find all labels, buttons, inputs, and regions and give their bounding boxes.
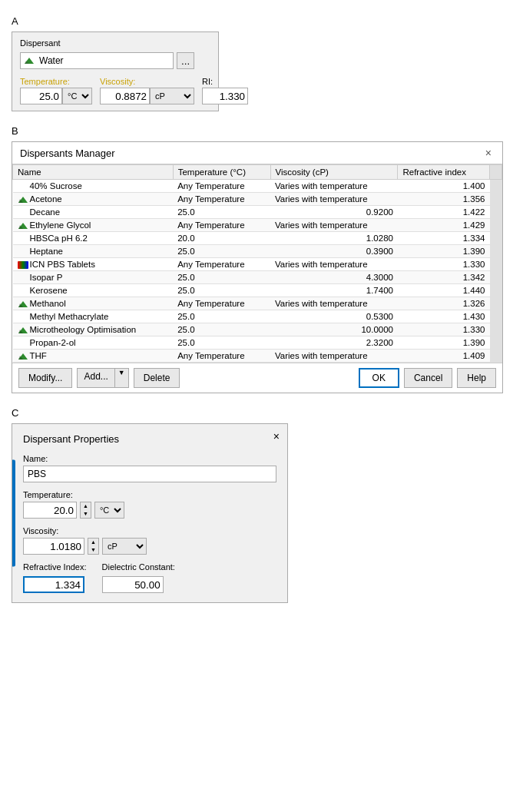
add-button-label[interactable]: Add... [78, 369, 114, 387]
add-button-group[interactable]: Add... ▼ [77, 368, 128, 388]
row-temp: Any Temperature [173, 193, 270, 206]
section-a-label: A [12, 15, 511, 27]
table-row[interactable]: Microtheology Optimisation25.010.00001.3… [13, 323, 502, 336]
row-temp: 25.0 [173, 206, 270, 219]
panel-b: Dispersants Manager × Name Temperature (… [12, 141, 503, 393]
viscosity-input[interactable] [100, 88, 150, 104]
row-viscosity: 0.3900 [270, 245, 398, 258]
row-temp: Any Temperature [173, 219, 270, 232]
row-temp: Any Temperature [173, 297, 270, 310]
mountain-icon [18, 300, 28, 308]
row-ri: 1.330 [398, 258, 490, 271]
row-name: 40% Sucrose [30, 181, 82, 191]
cancel-button[interactable]: Cancel [404, 368, 452, 388]
refractive-input[interactable] [23, 576, 84, 593]
c-temperature-spinners[interactable]: ▲ ▼ [80, 502, 91, 519]
row-ri: 1.429 [398, 219, 490, 232]
browse-button[interactable]: ... [177, 52, 194, 69]
row-name: Ethylene Glycol [30, 220, 91, 230]
spin-up-icon[interactable]: ▲ [81, 502, 91, 510]
c-viscosity-unit-select[interactable]: cPmPa·s [102, 538, 147, 555]
row-name: Microtheology Optimisation [30, 325, 137, 334]
table-row[interactable]: MethanolAny TemperatureVaries with tempe… [13, 297, 502, 310]
row-ri: 1.430 [398, 310, 490, 323]
mountain-icon [18, 326, 28, 334]
col-temp: Temperature (°C) [173, 165, 270, 180]
spin-down-icon[interactable]: ▼ [81, 510, 91, 518]
row-ri: 1.390 [398, 245, 490, 258]
mountain-icon [18, 196, 28, 204]
row-temp: 25.0 [173, 271, 270, 284]
delete-button[interactable]: Delete [134, 368, 180, 388]
c-viscosity-spinners[interactable]: ▲ ▼ [88, 538, 99, 555]
table-row[interactable]: Kerosene25.01.74001.440 [13, 284, 502, 297]
temperature-unit-select[interactable]: °C°FK [62, 88, 92, 104]
table-row[interactable]: Isopar P25.04.30001.342 [13, 271, 502, 284]
row-viscosity: 4.3000 [270, 271, 398, 284]
row-temp: 20.0 [173, 232, 270, 245]
row-viscosity: Varies with temperature [270, 350, 398, 363]
dispersant-props-title: Dispersant Properties [23, 433, 276, 445]
viscosity-spin-down-icon[interactable]: ▼ [88, 546, 98, 554]
col-scroll [490, 165, 502, 180]
c-temperature-unit-select[interactable]: °C°FK [94, 502, 124, 519]
dispersants-table: Name Temperature (°C) Viscosity (cP) Ref… [12, 164, 502, 363]
row-viscosity: Varies with temperature [270, 193, 398, 206]
row-name: THF [30, 351, 47, 360]
dispersants-manager-title: Dispersants Manager [20, 147, 115, 159]
row-name: Methanol [30, 299, 66, 308]
row-viscosity: Varies with temperature [270, 180, 398, 193]
row-ri: 1.334 [398, 232, 490, 245]
dispersants-manager-close[interactable]: × [482, 147, 495, 159]
dielectric-label: Dielectric Constant: [102, 562, 175, 572]
ri-input[interactable] [202, 88, 248, 104]
c-viscosity-input[interactable] [23, 538, 84, 555]
table-row[interactable]: 40% SucroseAny TemperatureVaries with te… [13, 180, 502, 193]
row-viscosity: 1.0280 [270, 232, 398, 245]
table-row[interactable]: ICN PBS TabletsAny TemperatureVaries wit… [13, 258, 502, 271]
row-temp: 25.0 [173, 336, 270, 350]
row-viscosity: Varies with temperature [270, 297, 398, 310]
temperature-label: Temperature: [20, 77, 92, 86]
row-viscosity: 10.0000 [270, 323, 398, 336]
table-row[interactable]: AcetoneAny TemperatureVaries with temper… [13, 193, 502, 206]
ok-button[interactable]: OK [359, 368, 399, 388]
table-row[interactable]: Ethylene GlycolAny TemperatureVaries wit… [13, 219, 502, 232]
help-button[interactable]: Help [457, 368, 496, 388]
mountain-icon [24, 57, 35, 65]
dispersant-props-close[interactable]: × [273, 430, 280, 442]
table-row[interactable]: Propan-2-ol25.02.32001.390 [13, 336, 502, 350]
name-input[interactable] [23, 466, 276, 482]
dispersant-input[interactable]: Water [20, 52, 174, 69]
row-ri: 1.390 [398, 336, 490, 350]
dielectric-input[interactable] [102, 576, 164, 593]
table-row[interactable]: Methyl Methacrylate25.00.53001.430 [13, 310, 502, 323]
viscosity-spin-up-icon[interactable]: ▲ [88, 539, 98, 546]
add-dropdown-arrow[interactable]: ▼ [114, 369, 128, 387]
table-row[interactable]: THFAny TemperatureVaries with temperatur… [13, 350, 502, 363]
panel-a: Dispersant Water ... Temperature: °C°FK … [12, 31, 219, 111]
row-ri: 1.400 [398, 180, 490, 193]
row-viscosity: 2.3200 [270, 336, 398, 350]
viscosity-unit-select[interactable]: cPmPa·s [150, 88, 194, 104]
row-name: Acetone [30, 194, 62, 204]
row-temp: 25.0 [173, 310, 270, 323]
row-name: Heptane [30, 247, 63, 256]
dispersant-group-label: Dispersant [20, 38, 210, 48]
row-viscosity: 0.9200 [270, 206, 398, 219]
row-temp: Any Temperature [173, 350, 270, 363]
c-temperature-input[interactable] [23, 502, 77, 519]
row-viscosity: 1.7400 [270, 284, 398, 297]
mountain-icon [18, 353, 28, 360]
table-row[interactable]: Decane25.00.92001.422 [13, 206, 502, 219]
mountain-icon [18, 222, 28, 230]
table-row[interactable]: Heptane25.00.39001.390 [13, 245, 502, 258]
table-row[interactable]: HBSCa pH 6.220.01.02801.334 [13, 232, 502, 245]
row-name: Kerosene [30, 286, 68, 295]
row-name: Propan-2-ol [30, 338, 76, 347]
modify-button[interactable]: Modify... [18, 368, 72, 388]
temperature-input[interactable] [20, 88, 62, 104]
dispersant-value: Water [39, 55, 64, 66]
name-label: Name: [23, 454, 276, 463]
col-viscosity: Viscosity (cP) [270, 165, 398, 180]
